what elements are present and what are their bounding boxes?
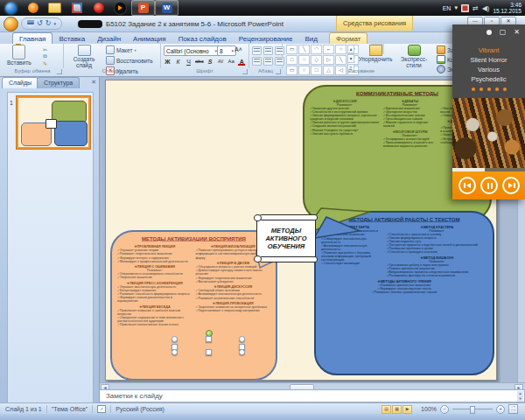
pane-close-icon[interactable]: ✕ — [91, 79, 96, 86]
next-track-button[interactable] — [502, 177, 520, 194]
shape-icon[interactable]: ▭ — [286, 45, 298, 54]
resize-handle[interactable] — [172, 336, 178, 342]
tab-Анимация[interactable]: Анимация — [127, 33, 172, 44]
tab-outline[interactable]: Структура — [37, 77, 80, 88]
dialog-launcher-icon[interactable] — [57, 69, 62, 74]
pause-button[interactable] — [480, 177, 498, 194]
chevron-down-icon[interactable]: ▾ — [454, 4, 458, 11]
tab-format[interactable]: Формат — [329, 32, 368, 44]
shadow-button[interactable]: S — [206, 58, 215, 66]
strikethrough-button[interactable]: abc — [194, 58, 205, 66]
paragraph-button[interactable] — [252, 57, 262, 66]
taskbar-app-powerpoint[interactable]: P — [131, 0, 155, 16]
player-menu-dot-icon[interactable] — [486, 30, 492, 35]
slideshow-button[interactable]: ▶ — [402, 405, 412, 414]
playlist-item[interactable]: Various — [452, 65, 525, 74]
shape-icon[interactable]: ◇ — [311, 55, 322, 65]
save-icon[interactable] — [27, 20, 34, 27]
taskbar-app-explorer[interactable] — [44, 0, 66, 16]
layout-button[interactable]: Макет▾ — [106, 46, 153, 54]
resize-handle[interactable] — [239, 336, 245, 342]
slide-sorter-button[interactable]: ▦ — [392, 405, 402, 414]
taskbar-app-red[interactable] — [88, 0, 109, 16]
tab-slides[interactable]: Слайды — [2, 77, 38, 88]
playlist-item[interactable]: Silent Horror — [452, 55, 525, 65]
sync-arrows-icon[interactable]: ⇄ — [472, 4, 479, 12]
zoom-slider-thumb[interactable] — [470, 406, 475, 414]
shape-icon[interactable]: ○ — [335, 45, 346, 54]
character-spacing-button[interactable]: AV — [216, 58, 226, 66]
previous-track-button[interactable] — [458, 177, 476, 194]
taskbar-app-word[interactable]: W — [155, 0, 178, 16]
qat-customize-chevron-icon[interactable]: ▾ — [53, 19, 56, 28]
paragraph-button[interactable] — [252, 46, 262, 55]
shape-icon[interactable]: ╲ — [335, 55, 346, 65]
gallery-scroll-up-icon[interactable]: ▴ — [347, 45, 354, 53]
redo-icon[interactable]: ↻ — [46, 19, 52, 28]
dialog-launcher-icon[interactable] — [242, 69, 248, 74]
center-scroll-shape[interactable]: МЕТОДЫ АКТИВНОГО ОБУЧЕНИЯ — [256, 216, 316, 261]
undo-icon[interactable]: ↺ — [37, 19, 43, 28]
arrange-button[interactable]: Упорядочить — [358, 45, 393, 62]
shape-icon[interactable]: □ — [286, 55, 298, 65]
font-color-button[interactable]: А — [237, 58, 247, 66]
zoom-out-button[interactable]: − — [440, 405, 449, 414]
player-close-icon[interactable]: ✕ — [514, 29, 520, 36]
tab-Вставка[interactable]: Вставка — [52, 33, 91, 44]
taskbar-app-aimp[interactable] — [109, 0, 131, 16]
taskbar-app-start[interactable] — [0, 0, 22, 16]
font-name-combo[interactable]: Calibri (Основно▾ — [164, 46, 220, 56]
fit-to-window-button[interactable]: ⛶ — [508, 404, 518, 414]
taskbar-clock[interactable]: 3:46 15.12.2015 — [493, 2, 522, 14]
resize-handle[interactable] — [239, 349, 245, 355]
italic-button[interactable]: К — [173, 58, 183, 66]
player-maximize-icon[interactable]: ▢ — [500, 29, 507, 36]
shape-icon[interactable]: ⌐ — [323, 45, 334, 54]
tab-Вид[interactable]: Вид — [299, 33, 324, 44]
blob-text-work-methods[interactable]: МЕТОДЫ АКТИВНОЙ РАБОТЫ С ТЕКСТОМ ❖ИНТЕЛЛ… — [314, 211, 494, 375]
normal-view-button[interactable]: ▤ — [382, 405, 391, 414]
player-visualization[interactable] — [452, 98, 525, 168]
playlist-item[interactable]: Psychedelic — [452, 74, 525, 84]
selected-shape-handles[interactable] — [173, 338, 243, 354]
underline-button[interactable]: Ч — [184, 58, 193, 66]
playlist-item[interactable]: Vibrant — [452, 46, 525, 55]
format-painter-icon[interactable]: ✎ — [40, 60, 50, 66]
paragraph-button[interactable] — [263, 46, 273, 55]
notes-pane[interactable]: Заметки к слайду ▲▼ — [99, 389, 525, 402]
dialog-launcher-icon[interactable] — [276, 69, 281, 74]
resize-handle[interactable] — [206, 336, 212, 342]
shape-icon[interactable]: ▷ — [323, 55, 334, 65]
bold-button[interactable]: Ж — [163, 58, 172, 66]
tab-Главная[interactable]: Главная — [12, 32, 52, 44]
theme-name[interactable]: "Тема Office" — [52, 406, 88, 412]
shape-icon[interactable]: ╲ — [298, 45, 310, 54]
action-center-flag-icon[interactable] — [461, 4, 469, 12]
spellcheck-icon[interactable]: ✓ — [97, 405, 106, 413]
taskbar-app-firefox[interactable] — [22, 0, 44, 16]
cut-icon[interactable]: ✂ — [40, 46, 50, 52]
change-case-button[interactable]: Aa — [227, 58, 236, 66]
shape-icon[interactable]: ○ — [298, 55, 310, 65]
tab-Показ слайдов[interactable]: Показ слайдов — [172, 33, 233, 44]
grow-font-icon[interactable]: A˄ — [234, 46, 243, 53]
tab-Дизайн[interactable]: Дизайн — [91, 33, 127, 44]
reset-button[interactable]: Восстановить — [106, 56, 153, 65]
copy-icon[interactable]: ⧉ — [40, 52, 50, 60]
blob-perception-methods[interactable]: МЕТОДЫ АКТИВИЗАЦИИ ВОСПРИЯТИЯ ❖ПРОБЛЕМНА… — [110, 230, 277, 381]
paragraph-button[interactable] — [263, 57, 273, 66]
paste-button[interactable]: Вставить — [7, 45, 32, 66]
taskbar-app-media[interactable] — [66, 0, 88, 16]
office-button[interactable] — [4, 17, 18, 32]
zoom-slider[interactable] — [452, 409, 493, 410]
zoom-level[interactable]: 100% — [421, 406, 437, 412]
slide-thumbnail[interactable] — [17, 96, 90, 149]
proofing-language[interactable]: Русский (Россия) — [116, 406, 164, 412]
resize-handle[interactable] — [206, 349, 212, 355]
tab-Рецензирование[interactable]: Рецензирование — [233, 33, 299, 44]
notes-scrollbar[interactable]: ▲▼ — [517, 391, 523, 402]
language-indicator[interactable]: EN — [443, 5, 452, 11]
slide-editing-area[interactable]: КОММУНИКАТИВНЫЕ МЕТОДЫ ❖ДИСКУССИЯРазвива… — [105, 80, 497, 381]
zoom-in-button[interactable]: + — [496, 405, 505, 414]
speaker-icon[interactable]: ◀) — [482, 4, 490, 12]
